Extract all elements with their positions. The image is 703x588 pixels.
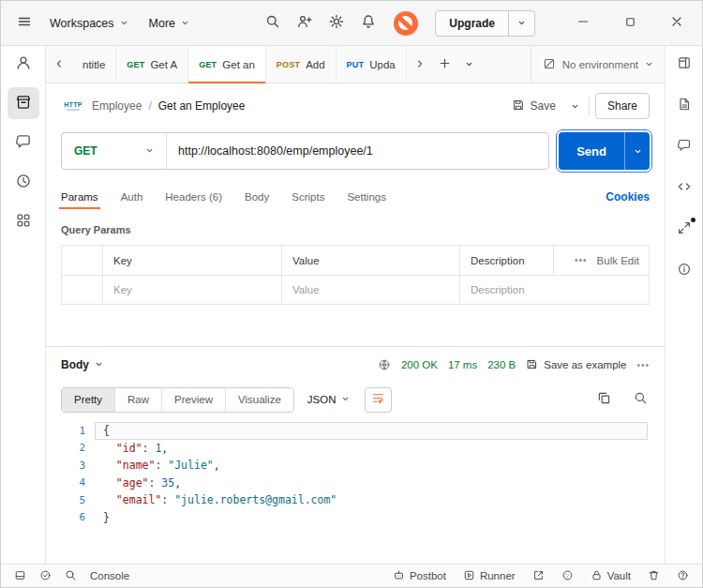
comment-icon [15,133,32,153]
panel-toggle-button[interactable] [8,567,32,585]
tab-auth[interactable]: Auth [121,185,143,209]
sidebar-item-comments[interactable] [7,127,39,158]
tab-label: ntitle [82,59,105,70]
environment-selector[interactable]: No environment [531,46,665,83]
wrap-text-button[interactable] [365,387,392,413]
related-requests-button[interactable] [668,213,700,245]
method-dropdown[interactable]: GET [62,133,167,169]
cookies-link[interactable]: Cookies [606,190,650,204]
tab-options-button[interactable] [457,46,482,83]
key-input[interactable] [113,284,271,295]
response-format-dropdown[interactable]: JSON [307,394,351,405]
code-snippet-button[interactable] [668,172,700,204]
tab-scripts[interactable]: Scripts [292,185,324,209]
tabs-scroll-left-button[interactable] [46,46,72,83]
tab-settings[interactable]: Settings [347,185,386,209]
notifications-button[interactable] [354,9,382,38]
column-header-description: Description [460,246,554,275]
request-tabs: Params Auth Headers (6) Body Scripts Set… [61,185,650,209]
response-more-options-button[interactable]: ••• [636,360,650,370]
save-as-example-label: Save as example [544,359,626,370]
trash-button[interactable] [642,567,666,585]
help-button[interactable] [671,567,695,585]
view-tab-visualize[interactable]: Visualize [225,388,293,412]
hamburger-menu-button[interactable] [10,9,38,38]
save-as-example-button[interactable]: Save as example [526,358,626,372]
comments-button[interactable] [668,130,700,162]
line-number: 2 [61,442,85,454]
value-input[interactable] [292,284,449,295]
search-icon [265,14,280,32]
vault-button[interactable]: Vault [585,567,636,585]
view-tab-pretty[interactable]: Pretty [62,388,114,412]
send-button[interactable]: Send [559,132,624,170]
capture-requests-button[interactable] [527,567,550,585]
status-badge[interactable]: 200 OK [401,359,438,370]
response-size[interactable]: 230 B [487,359,516,370]
tab-get-an-employee[interactable]: GET Get an [188,46,266,83]
top-bar: Workspaces More Upgrade [1,1,702,46]
tab-label: Add [306,59,324,70]
save-button[interactable]: Save [506,94,561,119]
check-circle-icon [39,569,52,583]
code-line: 4 "age": 35, [61,475,650,492]
more-menu-button[interactable]: More [140,11,199,36]
maximize-button[interactable] [614,9,646,38]
upgrade-dropdown-button[interactable] [508,11,534,36]
console-button[interactable]: Console [84,568,135,583]
close-button[interactable] [661,9,693,38]
response-time[interactable]: 17 ms [448,359,477,370]
response-body-dropdown[interactable]: Body [61,358,103,371]
runner-button[interactable]: Runner [457,567,521,585]
find-button[interactable] [59,567,82,585]
sidebar-item-history[interactable] [7,166,39,198]
tab-params[interactable]: Params [61,185,98,209]
maximize-icon [624,16,636,31]
tab-headers[interactable]: Headers (6) [165,185,222,209]
search-button[interactable] [259,9,287,38]
tabs-scroll-right-button[interactable] [407,46,433,83]
postbot-button[interactable]: Postbot [387,567,452,585]
share-button[interactable]: Share [595,93,650,119]
minimize-button[interactable] [567,9,599,38]
bulk-edit-button[interactable]: Bulk Edit [597,255,639,266]
tab-add[interactable]: POST Add [266,46,337,83]
settings-button[interactable] [322,9,351,38]
copy-button[interactable] [595,389,613,410]
url-input[interactable] [167,133,548,169]
info-button[interactable] [668,254,700,286]
divider [589,97,590,115]
upgrade-button[interactable]: Upgrade [436,11,508,36]
tab-get-a[interactable]: GET Get A [116,46,188,83]
info-icon [677,262,692,279]
status-check-button[interactable] [34,567,57,585]
cookies-button[interactable] [556,567,579,585]
layout-grid-icon [677,55,692,73]
response-body-viewer[interactable]: 1{2 "id": 1,3 "name": "Julie",4 "age": 3… [61,422,650,564]
view-tab-raw[interactable]: Raw [114,388,161,412]
postman-logo [394,11,418,36]
tab-body[interactable]: Body [245,185,269,209]
new-tab-button[interactable] [433,46,457,83]
search-icon [65,569,77,583]
send-options-button[interactable] [624,132,650,170]
search-response-button[interactable] [632,389,650,410]
view-tab-preview[interactable]: Preview [161,388,225,412]
collections-icon [15,94,32,113]
description-input[interactable] [471,284,638,295]
status-bar-right: Postbot Runner Vault [387,567,695,585]
save-options-button[interactable] [567,96,583,117]
table-more-options-button[interactable]: ••• [575,255,588,265]
sidebar-item-apps[interactable] [7,205,39,237]
invite-user-button[interactable] [291,9,319,38]
sidebar-item-user[interactable] [7,48,39,80]
sidebar-item-collections[interactable] [7,87,39,119]
tab-untitled[interactable]: ntitle [72,46,116,83]
env-quick-look-button[interactable] [668,48,700,80]
code-icon [677,179,692,197]
breadcrumb-collection-link[interactable]: Employee [92,99,142,113]
workspaces-menu-button[interactable]: Workspaces [40,11,138,36]
documentation-button[interactable] [668,89,700,121]
tab-update[interactable]: PUT Upda [337,46,407,83]
trash-icon [648,569,660,583]
